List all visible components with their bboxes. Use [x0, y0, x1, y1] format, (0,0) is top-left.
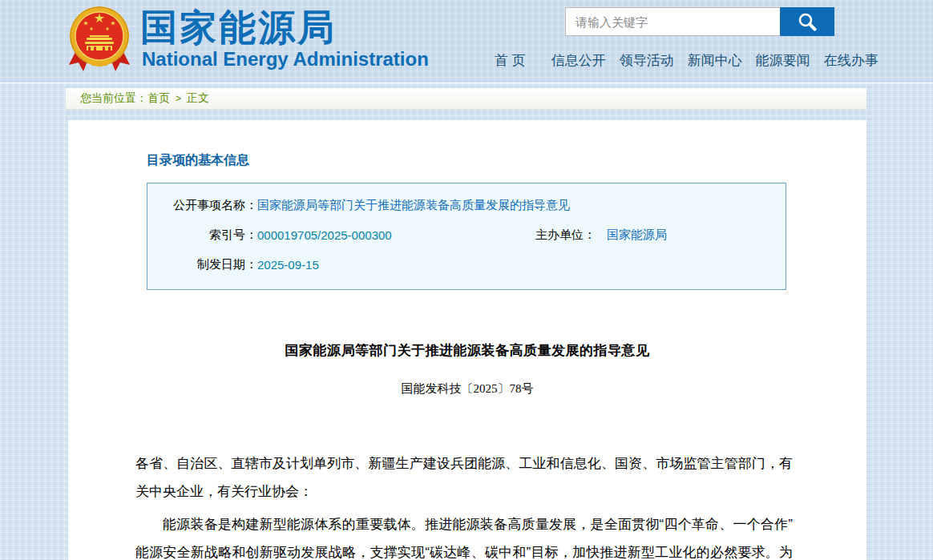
site-title: 国家能源局	[140, 3, 337, 53]
nav-item-leadership[interactable]: 领导活动	[620, 51, 674, 70]
info-row-name: 公开事项名称： 国家能源局等部门关于推进能源装备高质量发展的指导意见	[147, 191, 786, 220]
info-row-date: 制发日期： 2025-09-15	[147, 250, 786, 280]
breadcrumb-prefix: 您当前位置：	[80, 91, 147, 106]
name-label: 公开事项名称：	[147, 198, 257, 213]
paragraph-intro: 能源装备是构建新型能源体系的重要载体。推进能源装备高质量发展，是全面贯彻“四个革…	[135, 510, 793, 560]
date-value: 2025-09-15	[257, 258, 319, 272]
breadcrumb-home-link[interactable]: 首页	[147, 91, 170, 106]
national-emblem-logo[interactable]	[67, 4, 131, 75]
nav-item-home[interactable]: 首 页	[495, 51, 526, 70]
nav-item-energy-news[interactable]: 能源要闻	[756, 51, 810, 70]
document-body: 各省、自治区、直辖市及计划单列市、新疆生产建设兵团能源、工业和信息化、国资、市场…	[68, 449, 866, 560]
site-subtitle: National Energy Administration	[142, 48, 429, 71]
breadcrumb-current: 正文	[187, 91, 209, 106]
org-value-link[interactable]: 国家能源局	[607, 228, 667, 243]
breadcrumb: 您当前位置： 首页 > 正文	[66, 88, 866, 110]
breadcrumb-separator: >	[176, 93, 181, 104]
section-title: 目录项的基本信息	[147, 152, 866, 169]
nav-item-info-disclosure[interactable]: 信息公开	[551, 51, 606, 70]
main-nav: 首 页 信息公开 领导活动 新闻中心 能源要闻 在线办事	[495, 51, 878, 70]
search-button[interactable]	[780, 7, 834, 36]
document-title: 国家能源局等部门关于推进能源装备高质量发展的指导意见	[68, 341, 866, 360]
date-label: 制发日期：	[147, 257, 257, 272]
org-label: 主办单位：	[491, 228, 596, 243]
document-number: 国能发科技〔2025〕78号	[68, 381, 866, 397]
name-value-link[interactable]: 国家能源局等部门关于推进能源装备高质量发展的指导意见	[257, 198, 570, 213]
search-box	[565, 7, 834, 36]
paragraph-addressees: 各省、自治区、直辖市及计划单列市、新疆生产建设兵团能源、工业和信息化、国资、市场…	[135, 449, 793, 506]
index-value: 000019705/2025-000300	[257, 228, 491, 242]
nav-item-news-center[interactable]: 新闻中心	[688, 51, 742, 70]
main-content: 目录项的基本信息 公开事项名称： 国家能源局等部门关于推进能源装备高质量发展的指…	[68, 120, 866, 560]
index-label: 索引号：	[147, 228, 257, 243]
info-row-index-org: 索引号： 000019705/2025-000300 主办单位： 国家能源局	[147, 220, 786, 250]
national-emblem-icon	[67, 4, 131, 75]
nav-item-online-services[interactable]: 在线办事	[824, 51, 878, 70]
search-icon	[797, 11, 818, 32]
catalog-info-box: 公开事项名称： 国家能源局等部门关于推进能源装备高质量发展的指导意见 索引号： …	[147, 183, 786, 290]
search-input[interactable]	[565, 7, 780, 36]
